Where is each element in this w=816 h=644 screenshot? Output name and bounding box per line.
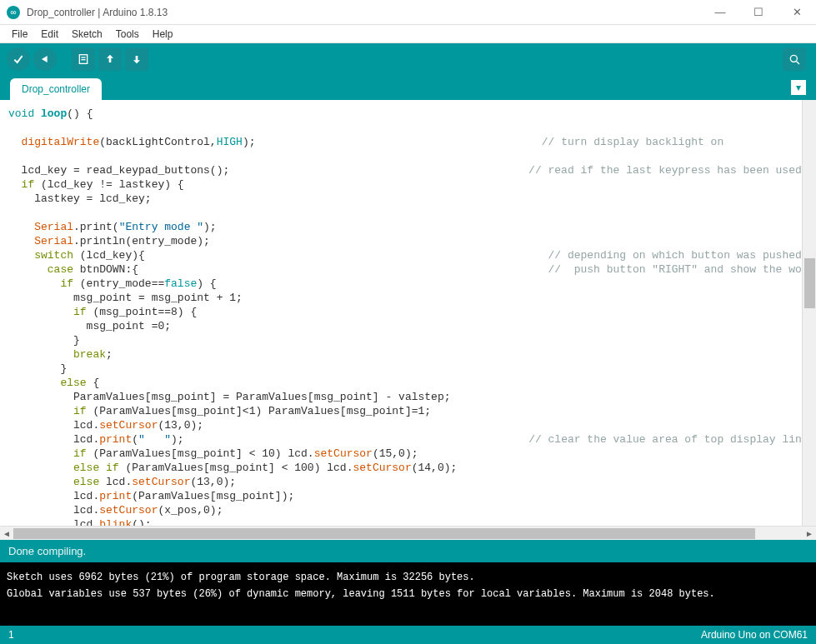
token: (15,0); xyxy=(373,447,418,460)
tabbar: Drop_controller ▾ xyxy=(0,75,816,100)
status-text: Done compiling. xyxy=(8,545,86,557)
scrollbar-thumb[interactable] xyxy=(13,528,755,539)
token: ; xyxy=(106,348,113,361)
comment: // clear the value area of top display l… xyxy=(528,433,802,446)
svg-point-3 xyxy=(790,55,797,62)
upload-button[interactable] xyxy=(33,47,57,71)
minimize-button[interactable]: — xyxy=(701,0,739,25)
token: ( xyxy=(113,221,119,233)
token: msg_point = msg_point + 1; xyxy=(8,292,243,304)
console-line: Global variables use 537 bytes (26%) of … xyxy=(7,588,715,600)
token: void xyxy=(8,107,34,120)
token: setCursor xyxy=(314,447,373,460)
token: print xyxy=(99,490,132,502)
token: (lcd_key != lastkey) { xyxy=(34,178,183,191)
token: (ParamValues[msg_point]); xyxy=(132,490,294,502)
token: setCursor xyxy=(353,462,411,474)
vertical-scrollbar[interactable] xyxy=(802,100,816,526)
token: lcd. xyxy=(8,419,99,432)
token: if xyxy=(8,178,34,191)
token: (backLightControl, xyxy=(99,136,216,148)
line-number: 1 xyxy=(8,629,14,641)
token: setCursor xyxy=(132,476,190,488)
verify-button[interactable] xyxy=(7,47,30,71)
status-bar: Done compiling. xyxy=(0,540,816,562)
titlebar: Drop_controller | Arduino 1.8.13 — ☐ ✕ xyxy=(0,0,816,25)
comment: // read if the last keypress has been us… xyxy=(528,164,802,177)
close-button[interactable]: ✕ xyxy=(778,0,816,25)
token: else xyxy=(8,476,99,488)
code-editor[interactable]: void loop() { digitalWrite(backLightCont… xyxy=(0,100,802,526)
board-info: Arduino Uno on COM61 xyxy=(701,629,808,641)
menu-tools[interactable]: Tools xyxy=(109,27,146,42)
console-line: Sketch uses 6962 bytes (21%) of program … xyxy=(7,572,475,583)
token: (); xyxy=(132,518,151,526)
menu-file[interactable]: File xyxy=(5,27,34,42)
token: (lcd_key){ xyxy=(73,249,145,262)
token: setCursor xyxy=(99,419,158,432)
token: if xyxy=(8,405,87,417)
token: Serial xyxy=(8,235,73,247)
toolbar xyxy=(0,43,816,75)
token: else if xyxy=(8,462,119,474)
tabs-menu-button[interactable]: ▾ xyxy=(791,80,806,95)
token: (ParamValues[msg_point] < 100) lcd. xyxy=(119,462,353,474)
token: lcd. xyxy=(8,518,99,526)
token: } xyxy=(8,334,80,347)
comment: // push button "RIGHT" and show the word… xyxy=(548,263,802,276)
scroll-left-icon[interactable]: ◄ xyxy=(0,529,13,538)
token: lastkey = lcd_key; xyxy=(8,192,152,205)
token: (13,0); xyxy=(190,476,236,488)
token: break xyxy=(8,348,106,361)
open-button[interactable] xyxy=(98,47,122,71)
token: " " xyxy=(138,433,171,446)
token: lcd. xyxy=(8,433,99,446)
token: loop xyxy=(34,107,67,120)
horizontal-scrollbar[interactable]: ◄ ► xyxy=(0,526,816,540)
token: .print xyxy=(73,221,113,233)
token: (msg_point==8) { xyxy=(87,306,198,318)
token: (entry_mode== xyxy=(73,277,164,290)
comment: // turn display backlight on xyxy=(542,136,723,148)
token: digitalWrite xyxy=(8,136,99,148)
token: if xyxy=(8,306,87,318)
maximize-button[interactable]: ☐ xyxy=(739,0,778,25)
new-button[interactable] xyxy=(72,47,95,71)
menu-help[interactable]: Help xyxy=(146,27,180,42)
tab-drop-controller[interactable]: Drop_controller xyxy=(10,78,102,100)
token: msg_point =0; xyxy=(8,320,171,332)
menubar: File Edit Sketch Tools Help xyxy=(0,25,816,43)
token: (entry_mode); xyxy=(125,235,209,247)
token: else xyxy=(8,377,87,389)
token: ParamValues[msg_point] = ParamValues[msg… xyxy=(8,391,451,403)
editor-area: void loop() { digitalWrite(backLightCont… xyxy=(0,100,816,526)
output-console[interactable]: Sketch uses 6962 bytes (21%) of program … xyxy=(0,562,816,626)
token: ); xyxy=(243,136,256,148)
scroll-right-icon[interactable]: ► xyxy=(803,529,816,538)
token: if xyxy=(8,277,73,290)
menu-sketch[interactable]: Sketch xyxy=(65,27,109,42)
token: lcd. xyxy=(99,476,132,488)
token: ) { xyxy=(197,277,216,290)
menu-edit[interactable]: Edit xyxy=(34,27,65,42)
serial-monitor-button[interactable] xyxy=(783,47,806,71)
token: lcd. xyxy=(8,490,99,502)
token: case xyxy=(8,263,73,276)
token: false xyxy=(164,277,197,290)
window-title: Drop_controller | Arduino 1.8.13 xyxy=(27,7,701,18)
arduino-icon xyxy=(7,6,20,19)
scrollbar-thumb[interactable] xyxy=(804,258,815,308)
token: (ParamValues[msg_point]<1) ParamValues[m… xyxy=(87,405,431,417)
token: lcd_key = read_keypad_buttons(); xyxy=(8,164,229,177)
token: ); xyxy=(203,221,217,233)
footer: 1 Arduino Uno on COM61 xyxy=(0,626,816,644)
token: lcd. xyxy=(8,504,99,517)
token: (13,0); xyxy=(158,419,203,432)
token: blink xyxy=(99,518,132,526)
comment: // depending on which button was pushed,… xyxy=(548,249,802,262)
token: setCursor xyxy=(99,504,158,517)
token: (x_pos,0); xyxy=(158,504,223,517)
token: switch xyxy=(8,249,73,262)
save-button[interactable] xyxy=(125,47,148,71)
token: { xyxy=(87,377,100,389)
